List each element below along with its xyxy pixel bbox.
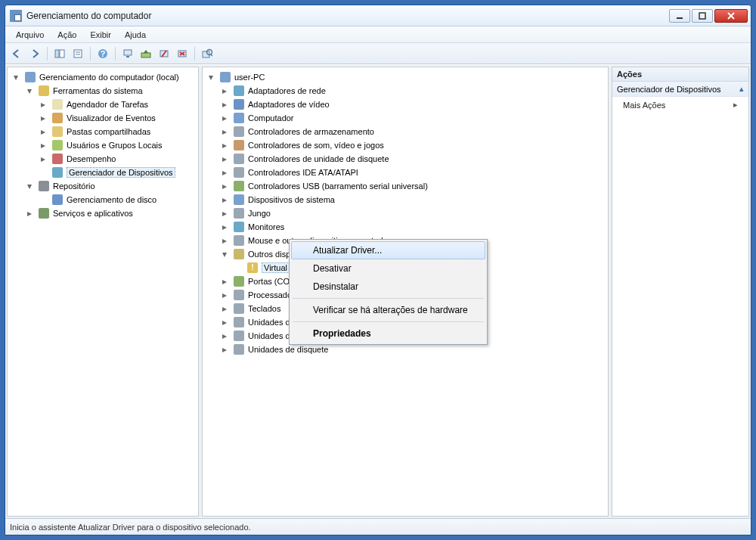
device-jungo[interactable]: ▸Jungo <box>218 206 606 220</box>
shared-folder-icon <box>51 126 64 138</box>
monitor-icon <box>233 221 245 233</box>
device-monitors[interactable]: ▸Monitores <box>218 220 606 234</box>
svg-rect-12 <box>126 56 129 57</box>
svg-line-20 <box>211 54 212 56</box>
nav-forward-button[interactable] <box>26 45 43 62</box>
tree-task-scheduler[interactable]: ▸Agendador de Tarefas <box>36 98 197 111</box>
performance-icon <box>51 153 64 165</box>
toolbar-separator <box>47 47 48 61</box>
svg-rect-4 <box>55 50 59 57</box>
usb-icon <box>233 180 245 192</box>
com-port-icon <box>233 275 245 287</box>
disable-device-button[interactable] <box>156 45 172 62</box>
users-icon <box>51 139 64 151</box>
tree-device-manager[interactable]: Gerenciador de Dispositivos <box>36 166 197 179</box>
device-root[interactable]: ▾user-PC <box>204 70 606 84</box>
properties-button[interactable] <box>70 45 86 62</box>
mouse-icon <box>233 234 245 247</box>
floppy-controller-icon <box>233 153 245 165</box>
uninstall-device-button[interactable] <box>174 45 191 62</box>
device-computer[interactable]: ▸Computador <box>218 111 606 125</box>
system-device-icon <box>233 194 245 206</box>
svg-rect-6 <box>74 50 82 57</box>
menu-file[interactable]: Arquivo <box>10 29 50 41</box>
context-menu: Atualizar Driver... Desativar Desinstala… <box>289 239 488 345</box>
svg-text:?: ? <box>101 49 106 58</box>
svg-rect-11 <box>124 50 132 55</box>
sound-icon <box>233 139 245 151</box>
toolbar-separator <box>90 47 91 61</box>
window-title: Gerenciamento do computador <box>26 11 669 21</box>
computer-management-icon <box>24 71 36 83</box>
device-manager-icon <box>51 166 64 178</box>
tree-users-groups[interactable]: ▸Usuários e Grupos Locais <box>36 138 197 152</box>
optical-drive-icon <box>233 316 245 328</box>
ctx-properties[interactable]: Propriedades <box>291 324 485 343</box>
device-ide[interactable]: ▸Controladores IDE ATA/ATAPI <box>218 166 606 179</box>
tree-storage[interactable]: ▾Repositório <box>23 179 197 193</box>
tree-disk-management[interactable]: Gerenciamento de disco <box>36 193 197 206</box>
keyboard-icon <box>233 303 245 315</box>
actions-section[interactable]: Gerenciador de Dispositivos ▴ <box>612 82 748 97</box>
ctx-separator <box>293 298 484 299</box>
ctx-update-driver[interactable]: Atualizar Driver... <box>291 241 485 259</box>
status-text: Inicia o assistente Atualizar Driver par… <box>10 523 251 532</box>
tree-event-viewer[interactable]: ▸Visualizador de Eventos <box>36 111 197 125</box>
nav-back-button[interactable] <box>8 45 25 62</box>
tree-shared-folders[interactable]: ▸Pastas compartilhadas <box>36 125 197 138</box>
computer-icon <box>233 112 245 124</box>
device-usb[interactable]: ▸Controladores USB (barramento serial un… <box>218 179 606 193</box>
tree-system-tools[interactable]: ▾Ferramentas do sistema <box>23 84 197 98</box>
disk-icon <box>51 194 64 206</box>
ctx-separator <box>293 321 484 322</box>
actions-more[interactable]: Mais Ações ▸ <box>612 97 748 113</box>
toolbar-separator <box>194 47 195 61</box>
app-icon <box>10 10 22 22</box>
actions-pane: Ações Gerenciador de Dispositivos ▴ Mais… <box>612 67 749 517</box>
maximize-button[interactable] <box>692 9 713 23</box>
device-pane[interactable]: ▾user-PC ▸Adaptadores de rede ▸Adaptador… <box>202 67 609 517</box>
ctx-scan-hardware[interactable]: Verificar se há alterações de hardware <box>291 301 485 319</box>
ctx-disable[interactable]: Desativar <box>291 259 485 278</box>
titlebar[interactable]: Gerenciamento do computador <box>5 5 751 26</box>
app-window: Gerenciamento do computador Arquivo Ação… <box>5 5 751 535</box>
device-system[interactable]: ▸Dispositivos de sistema <box>218 193 606 206</box>
svg-rect-1 <box>699 13 705 19</box>
device-sound[interactable]: ▸Controladores de som, vídeo e jogos <box>218 138 606 152</box>
close-button[interactable] <box>714 9 748 23</box>
content-area: ▾Gerenciamento do computador (local) ▾Fe… <box>5 64 751 518</box>
storage-icon <box>38 180 50 192</box>
warning-icon <box>246 262 259 274</box>
storage-controller-icon <box>233 126 245 138</box>
svg-rect-5 <box>60 50 64 57</box>
menu-view[interactable]: Exibir <box>84 29 117 41</box>
tree-performance[interactable]: ▸Desempenho <box>36 152 197 166</box>
pc-icon <box>219 71 231 83</box>
device-video-adapters[interactable]: ▸Adaptadores de vídeo <box>218 98 606 111</box>
device-floppy-ctrl[interactable]: ▸Controladores de unidade de disquete <box>218 152 606 166</box>
scope-pane[interactable]: ▾Gerenciamento do computador (local) ▾Fe… <box>7 67 199 517</box>
statusbar: Inicia o assistente Atualizar Driver par… <box>5 518 751 535</box>
help-button[interactable]: ? <box>94 45 111 62</box>
scan-hardware-button[interactable] <box>199 45 215 62</box>
tree-services[interactable]: ▸Serviços e aplicativos <box>23 206 197 220</box>
device-net-adapters[interactable]: ▸Adaptadores de rede <box>218 84 606 98</box>
network-icon <box>233 85 245 97</box>
chevron-right-icon: ▸ <box>733 100 738 110</box>
ctx-uninstall[interactable]: Desinstalar <box>291 278 485 296</box>
computer-icon[interactable] <box>119 45 136 62</box>
ide-icon <box>233 166 245 178</box>
show-hide-tree-button[interactable] <box>51 45 68 62</box>
menu-help[interactable]: Ajuda <box>119 29 152 41</box>
collapse-icon: ▴ <box>739 84 744 94</box>
minimize-button[interactable] <box>669 9 690 23</box>
update-driver-button[interactable] <box>138 45 154 62</box>
cpu-icon <box>233 289 245 301</box>
tree-root[interactable]: ▾Gerenciamento do computador (local) <box>9 70 197 84</box>
toolbar-separator <box>115 47 116 61</box>
menu-action[interactable]: Ação <box>51 29 82 41</box>
device-storage-ctrl[interactable]: ▸Controladores de armazenamento <box>218 125 606 138</box>
floppy-drive-icon <box>233 343 245 355</box>
clock-icon <box>51 98 64 110</box>
event-log-icon <box>51 112 64 124</box>
